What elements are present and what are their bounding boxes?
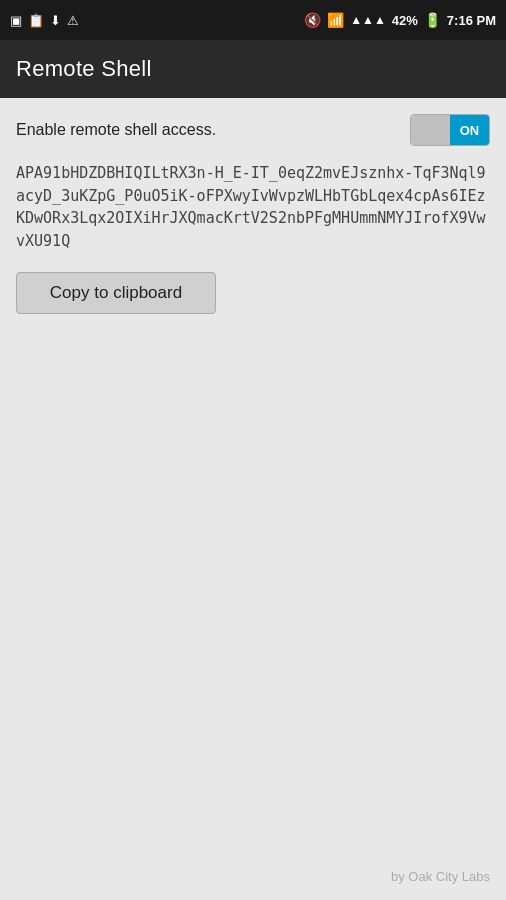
status-bar-right: 🔇 📶 ▲▲▲ 42% 🔋 7:16 PM — [304, 12, 496, 28]
status-bar: ▣ 📋 ⬇ ⚠ 🔇 📶 ▲▲▲ 42% 🔋 7:16 PM — [0, 0, 506, 40]
sim-icon: ▣ — [10, 13, 22, 28]
content-area: Enable remote shell access. ON APA91bHDZ… — [0, 98, 506, 330]
download-icon: ⬇ — [50, 13, 61, 28]
toggle-state-label: ON — [460, 123, 480, 138]
time-display: 7:16 PM — [447, 13, 496, 28]
copy-to-clipboard-button[interactable]: Copy to clipboard — [16, 272, 216, 314]
token-text: APA91bHDZDBHIQILtRX3n-H_E-IT_0eqZ2mvEJsz… — [16, 162, 490, 252]
battery-percent: 42% — [392, 13, 418, 28]
toggle-switch[interactable]: ON — [410, 114, 490, 146]
clipboard-icon: 📋 — [28, 13, 44, 28]
footer-text: by Oak City Labs — [391, 869, 490, 884]
toggle-row: Enable remote shell access. ON — [16, 114, 490, 146]
page-title: Remote Shell — [16, 56, 152, 82]
warning-icon: ⚠ — [67, 13, 79, 28]
signal-icon: ▲▲▲ — [350, 13, 386, 27]
sound-off-icon: 🔇 — [304, 12, 321, 28]
toggle-on-part: ON — [450, 115, 489, 145]
toggle-off-part — [411, 115, 450, 145]
toggle-label: Enable remote shell access. — [16, 121, 216, 139]
status-bar-left: ▣ 📋 ⬇ ⚠ — [10, 13, 79, 28]
app-bar: Remote Shell — [0, 40, 506, 98]
wifi-icon: 📶 — [327, 12, 344, 28]
toggle-container[interactable]: ON — [410, 114, 490, 146]
battery-icon: 🔋 — [424, 12, 441, 28]
footer: by Oak City Labs — [391, 869, 490, 884]
